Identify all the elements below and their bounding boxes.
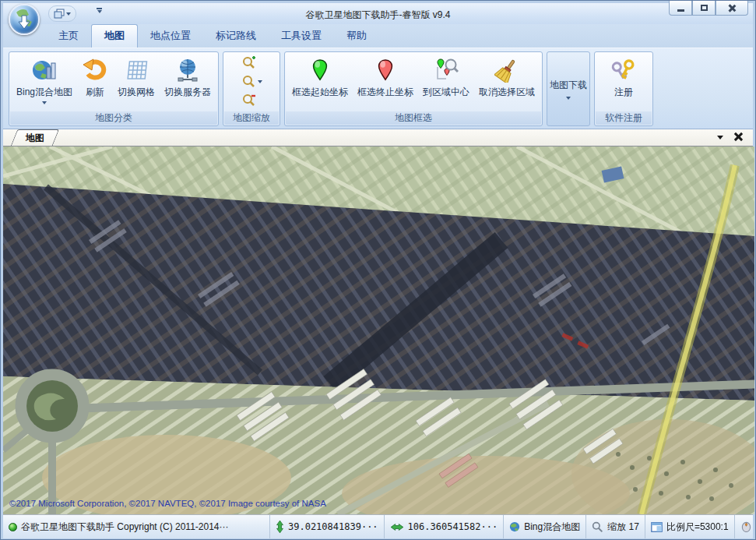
toggle-grid-button[interactable]: 切换网格: [113, 54, 160, 111]
map-document-tab[interactable]: 地图: [11, 129, 59, 146]
title-bar: 谷歌卫星地图下载助手-睿智版 v9.4: [3, 3, 753, 24]
ribbon-group-map-category: Bing混合地图 刷新: [9, 51, 219, 126]
zoom-select-button[interactable]: [238, 73, 265, 90]
close-button[interactable]: [716, 1, 748, 16]
app-window: 谷歌卫星地图下载助手-睿智版 v9.4 主页 地图 地点位置 标记路线 工具设置…: [0, 0, 756, 540]
zoom-out-icon: [241, 94, 257, 108]
group-caption: 地图框选: [286, 111, 541, 125]
button-label: 切换服务器: [164, 86, 211, 99]
button-label: 切换网格: [118, 86, 155, 99]
ribbon-group-software-register: 注册 软件注册: [594, 51, 653, 126]
latitude-value: 39.0210841839···: [288, 521, 378, 532]
close-icon: [728, 4, 737, 12]
green-pin-icon: [307, 57, 333, 83]
group-caption: 地图分类: [10, 111, 217, 125]
status-green-ball-icon: [9, 523, 17, 531]
status-bar: 谷歌卫星地图下载助手 Copyright (C) 2011-2014··· 39…: [3, 514, 753, 538]
chevron-down-icon: [42, 101, 47, 104]
satellite-imagery: ©2017 Microsoft Corporation, ©2017 NAVTE…: [3, 146, 754, 514]
switch-server-button[interactable]: 切换服务器: [160, 54, 216, 111]
tab-tool-settings[interactable]: 工具设置: [269, 25, 334, 48]
group-caption: 软件注册: [596, 111, 652, 125]
magnifier-icon: [592, 521, 603, 533]
scale-icon: [651, 522, 663, 532]
tab-mark-route[interactable]: 标记路线: [203, 25, 269, 48]
window-controls: [669, 1, 748, 16]
longitude-value: 106.360541582···: [408, 521, 498, 532]
tab-home[interactable]: 主页: [46, 25, 91, 48]
go-to-region-center-button[interactable]: 到区域中心: [418, 54, 474, 111]
tab-close-button[interactable]: [733, 132, 744, 142]
mouse-icon: [740, 521, 752, 532]
globe-download-icon: [10, 5, 38, 34]
map-document-tab-label: 地图: [26, 130, 44, 146]
window-title: 谷歌卫星地图下载助手-睿智版 v9.4: [3, 9, 753, 22]
status-date: 2017.01.09: [735, 515, 756, 538]
ribbon: Bing混合地图 刷新: [3, 48, 753, 129]
map-download-button[interactable]: 地图下载: [547, 51, 590, 126]
ribbon-group-map-zoom: 地图缩放: [223, 51, 280, 126]
button-label: 到区域中心: [423, 86, 469, 99]
grid-icon: [123, 57, 149, 83]
button-label: 取消选择区域: [479, 86, 535, 99]
bing-hybrid-map-icon: [31, 57, 58, 83]
zoom-in-button[interactable]: [238, 55, 265, 72]
select-end-coordinate-button[interactable]: 框选终止坐标: [353, 54, 418, 111]
tab-location[interactable]: 地点位置: [138, 25, 203, 48]
satellite-map-viewport[interactable]: ©2017 Microsoft Corporation, ©2017 NAVTE…: [3, 146, 754, 514]
scale-value: 比例尺=5300:1: [666, 521, 729, 534]
register-button[interactable]: 注册: [606, 54, 642, 111]
server-globe-icon: [174, 57, 201, 83]
ribbon-tab-bar: 主页 地图 地点位置 标记路线 工具设置 帮助: [3, 24, 753, 48]
status-zoom: 缩放 17: [586, 515, 645, 538]
broom-icon: [494, 57, 520, 83]
zoom-out-button[interactable]: [238, 92, 265, 109]
region-center-icon: [433, 57, 459, 83]
button-label: 刷新: [86, 86, 104, 99]
status-map-type: Bing混合地图: [504, 515, 586, 538]
cancel-selection-button[interactable]: 取消选择区域: [474, 54, 540, 111]
status-app-info: 谷歌卫星地图下载助手 Copyright (C) 2011-2014···: [3, 515, 270, 538]
button-label: Bing混合地图: [16, 86, 72, 99]
button-label: 框选起始坐标: [292, 86, 348, 99]
chevron-down-icon: [566, 97, 571, 100]
map-copyright: ©2017 Microsoft Corporation, ©2017 NAVTE…: [9, 499, 326, 508]
zoom-value: 缩放 17: [607, 521, 639, 534]
status-app-info-text: 谷歌卫星地图下载助手 Copyright (C) 2011-2014···: [21, 521, 229, 534]
app-menu-orb[interactable]: [9, 4, 40, 35]
zoom-in-icon: [241, 56, 257, 70]
tab-list-dropdown-button[interactable]: [717, 136, 723, 139]
refresh-button[interactable]: 刷新: [77, 54, 113, 111]
tab-map[interactable]: 地图: [91, 24, 138, 48]
vertical-arrows-icon: [276, 520, 284, 534]
button-label: 框选终止坐标: [357, 86, 413, 99]
select-start-coordinate-button[interactable]: 框选起始坐标: [287, 54, 353, 111]
red-pin-icon: [372, 57, 399, 83]
status-scale: 比例尺=5300:1: [645, 515, 735, 538]
tab-help[interactable]: 帮助: [334, 25, 379, 48]
status-longitude: 106.360541582···: [385, 515, 505, 538]
refresh-icon: [82, 57, 108, 83]
globe-icon: [509, 521, 520, 532]
button-label: 地图下载: [550, 79, 587, 92]
maximize-icon: [701, 5, 708, 11]
status-latitude: 39.0210841839···: [270, 515, 385, 538]
bing-hybrid-map-button[interactable]: Bing混合地图: [12, 54, 77, 111]
document-tab-bar: 地图: [3, 129, 753, 146]
minimize-button[interactable]: [669, 1, 692, 16]
ribbon-group-map-select: 框选起始坐标 框选终止坐标: [284, 51, 543, 126]
magnifier-icon: [241, 75, 255, 89]
map-type-value: Bing混合地图: [524, 521, 580, 534]
button-label: 注册: [614, 86, 633, 99]
group-caption: 地图缩放: [224, 111, 279, 125]
minimize-icon: [677, 9, 684, 12]
chevron-down-icon: [258, 80, 262, 83]
maximize-button[interactable]: [692, 1, 716, 16]
keys-icon: [610, 57, 637, 83]
horizontal-arrows-icon: [390, 523, 404, 531]
